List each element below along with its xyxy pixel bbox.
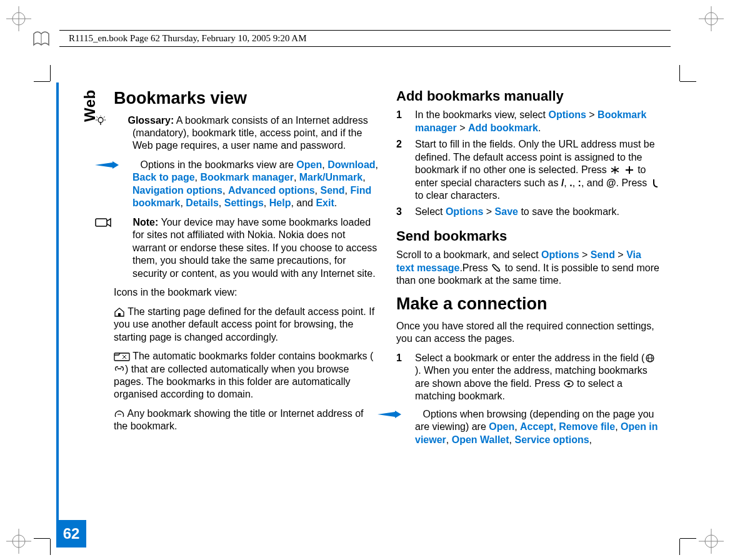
- option-details: Details: [186, 198, 218, 208]
- add-step-1: In the bookmarks view, select Options > …: [396, 109, 661, 134]
- svg-line-18: [97, 116, 98, 118]
- menu-options-3: Options: [541, 249, 579, 260]
- heading-make-connection: Make a connection: [396, 293, 661, 315]
- browse-options-tip: Options when browsing (depending on the …: [396, 408, 661, 446]
- page-number-value: 62: [63, 525, 80, 542]
- send-paragraph: Scroll to a bookmark, and select Options…: [396, 249, 661, 287]
- registration-mark-br: [696, 526, 726, 556]
- glossary-label: Glossary:: [128, 115, 174, 126]
- add-steps: In the bookmarks view, select Options > …: [396, 109, 661, 219]
- page-number: 62: [56, 520, 86, 548]
- link-icon: [114, 364, 125, 374]
- header-rule-bottom: [59, 46, 671, 47]
- icon3-body: Any bookmark showing the title or Intern…: [114, 408, 364, 431]
- add-step-2: Start to fill in the fields. Only the UR…: [396, 138, 661, 202]
- option-advanced-options: Advanced options: [228, 185, 315, 196]
- menu-options-2: Options: [446, 206, 483, 217]
- option-help: Help: [269, 198, 291, 208]
- crop-tick: [34, 538, 50, 539]
- star-key-icon: [609, 165, 621, 175]
- svg-line-19: [104, 116, 105, 118]
- registration-mark-tr: [696, 4, 726, 34]
- option-settings: Settings: [224, 198, 264, 208]
- icon2-body-b: ) that are collected automatically when …: [114, 364, 351, 400]
- registration-mark-bl: [4, 526, 34, 556]
- option-back-to-page: Back to page: [132, 172, 195, 182]
- note-icon: [114, 218, 130, 228]
- make-steps: Select a bookmark or enter the address i…: [396, 352, 661, 403]
- option-exit: Exit: [316, 198, 334, 208]
- header-rule-top: [59, 30, 671, 31]
- bopt-open-wallet: Open Wallet: [452, 434, 509, 445]
- option-send: Send: [320, 185, 344, 196]
- option-open: Open: [296, 159, 322, 170]
- book-icon: [31, 29, 51, 49]
- icon1-body: The starting page defined for the defaul…: [114, 306, 374, 342]
- folder-icon: [114, 351, 130, 361]
- bopt-service-options: Service options: [514, 434, 589, 445]
- option-navigation-options: Navigation options: [132, 185, 222, 196]
- make-step-1: Select a bookmark or enter the address i…: [396, 352, 661, 403]
- svg-marker-20: [95, 161, 119, 169]
- clear-key-icon: [650, 178, 661, 188]
- plus-key-icon: [624, 165, 635, 175]
- bopt-accept: Accept: [520, 421, 553, 432]
- heading-send-bookmarks: Send bookmarks: [396, 228, 661, 245]
- svg-rect-21: [96, 219, 107, 226]
- option-mark-unmark: Mark/Unmark: [299, 172, 362, 182]
- note-paragraph: Note: Your device may have some bookmark…: [114, 216, 379, 280]
- crop-tick: [50, 539, 51, 555]
- glossary-icon: [114, 116, 125, 126]
- note-body: Your device may have some bookmarks load…: [132, 217, 377, 279]
- svg-rect-23: [114, 353, 129, 361]
- option-bookmark-manager: Bookmark manager: [200, 172, 293, 182]
- crop-tick: [680, 81, 696, 82]
- svg-point-13: [98, 118, 103, 122]
- icons-heading: Icons in the bookmark view:: [114, 286, 379, 299]
- globe-icon: [644, 353, 656, 363]
- tip-arrow-icon: [396, 409, 420, 416]
- home-page-icon: [114, 307, 125, 317]
- joystick-icon: [563, 379, 574, 389]
- svg-marker-32: [378, 411, 401, 418]
- menu-options: Options: [548, 109, 586, 120]
- registration-mark-tl: [4, 4, 34, 34]
- menu-save: Save: [495, 206, 518, 217]
- glossary-paragraph: Glossary: A bookmark consists of an Inte…: [114, 114, 379, 152]
- crop-tick: [34, 81, 50, 82]
- note-label: Note:: [132, 217, 158, 228]
- icon-desc-3: Any bookmark showing the title or Intern…: [114, 408, 379, 433]
- call-key-icon: [491, 263, 502, 273]
- tip-arrow-icon: [114, 159, 138, 167]
- icon2-body-a: The automatic bookmarks folder contains …: [130, 351, 373, 361]
- make-paragraph: Once you have stored all the required co…: [396, 320, 661, 346]
- body-columns: Bookmarks view Glossary: A bookmark cons…: [114, 88, 661, 504]
- bopt-remove-file: Remove file: [559, 421, 615, 432]
- crop-tick: [680, 538, 696, 539]
- add-step-3: Select Options > Save to save the bookma…: [396, 206, 661, 218]
- svg-rect-22: [118, 313, 121, 316]
- heading-bookmarks-view: Bookmarks view: [114, 88, 379, 109]
- crop-tick: [679, 65, 680, 81]
- bopt-open: Open: [489, 421, 514, 432]
- bookmark-icon: [114, 409, 125, 419]
- side-rule: [56, 82, 59, 548]
- options-tip: Options in the bookmarks view are Open, …: [114, 159, 379, 210]
- running-header: R1115_en.book Page 62 Thursday, February…: [69, 33, 307, 44]
- crop-tick: [50, 65, 51, 81]
- crop-tick: [679, 539, 680, 555]
- heading-add-bookmarks: Add bookmarks manually: [396, 88, 661, 105]
- svg-point-31: [568, 382, 570, 385]
- menu-send: Send: [591, 249, 615, 260]
- options-prefix: Options in the bookmarks view are: [140, 159, 296, 170]
- menu-add-bookmark: Add bookmark: [468, 122, 538, 133]
- icon-desc-1: The starting page defined for the defaul…: [114, 306, 379, 344]
- icon-desc-2: The automatic bookmarks folder contains …: [114, 350, 379, 401]
- option-download: Download: [328, 159, 375, 170]
